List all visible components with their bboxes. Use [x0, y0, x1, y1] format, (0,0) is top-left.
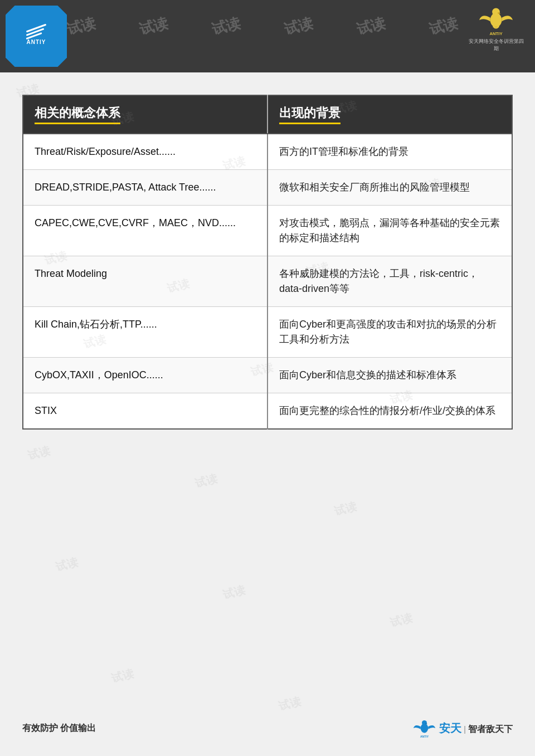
table-cell-col1: CAPEC,CWE,CVE,CVRF，MAEC，NVD......: [23, 206, 268, 256]
table-row: Threat Modeling各种威胁建模的方法论，工具，risk-centri…: [23, 256, 512, 307]
watermark: 试读: [221, 582, 247, 602]
table-cell-col1: Threat/Risk/Exposure/Asset......: [23, 134, 268, 170]
svg-text:ANTIY: ANTIY: [420, 735, 429, 738]
table-cell-col2: 西方的IT管理和标准化的背景: [268, 134, 512, 170]
header-watermark: 试读: [210, 13, 242, 40]
footer-separator: |: [464, 725, 466, 734]
watermark: 试读: [193, 471, 219, 491]
watermark: 试读: [110, 666, 135, 686]
table-cell-col1: Threat Modeling: [23, 256, 268, 307]
col1-header-text: 相关的概念体系: [35, 105, 120, 124]
table-header-row: 相关的概念体系 出现的背景: [23, 95, 512, 134]
header-watermark: 试读: [65, 13, 98, 40]
table-cell-col1: Kill Chain,钻石分析,TTP......: [23, 307, 268, 358]
table-cell-col2: 面向更完整的综合性的情报分析/作业/交换的体系: [268, 393, 512, 430]
table-cell-col2: 微软和相关安全厂商所推出的风险管理模型: [268, 170, 512, 206]
header-watermark: 试读: [427, 13, 460, 40]
table-cell-col2: 面向Cyber和信息交换的描述和标准体系: [268, 358, 512, 393]
table-row: Threat/Risk/Exposure/Asset......西方的IT管理和…: [23, 134, 512, 170]
header-watermark: 试读: [282, 13, 315, 40]
logo-graphic: [26, 27, 47, 37]
watermark: 试读: [277, 694, 303, 714]
table-cell-col2: 各种威胁建模的方法论，工具，risk-centric，data-driven等等: [268, 256, 512, 307]
watermark: 试读: [388, 610, 414, 630]
footer-logo: ANTIY 安天 | 智者敌天下: [412, 717, 513, 739]
table-cell-col1: STIX: [23, 393, 268, 430]
table-row: DREAD,STRIDE,PASTA, Attack Tree......微软和…: [23, 170, 512, 206]
table-row: CybOX,TAXII，OpenIOC......面向Cyber和信息交换的描述…: [23, 358, 512, 393]
table-cell-col2: 对攻击模式，脆弱点，漏洞等各种基础的安全元素的标定和描述结构: [268, 206, 512, 256]
col2-header: 出现的背景: [268, 95, 512, 134]
badge-icon: ANTIY: [476, 3, 515, 37]
col2-header-text: 出现的背景: [279, 105, 341, 124]
svg-text:ANTIY: ANTIY: [489, 31, 503, 36]
svg-point-1: [492, 8, 500, 16]
table-cell-col1: DREAD,STRIDE,PASTA, Attack Tree......: [23, 170, 268, 206]
logo: ANTIY: [6, 6, 67, 67]
footer-logo-texts: 安天 | 智者敌天下: [439, 721, 513, 736]
footer-slogan: 有效防护 价值输出: [22, 723, 96, 734]
header-watermark: 试读: [137, 13, 170, 40]
table-row: CAPEC,CWE,CVE,CVRF，MAEC，NVD......对攻击模式，脆…: [23, 206, 512, 256]
table-cell-col2: 面向Cyber和更高强度的攻击和对抗的场景的分析工具和分析方法: [268, 307, 512, 358]
watermark: 试读: [333, 499, 358, 519]
data-table: 相关的概念体系 出现的背景 Threat/Risk/Exposure/Asset…: [22, 95, 513, 430]
footer-logo-brand: 安天: [439, 721, 461, 736]
main-content: 相关的概念体系 出现的背景 Threat/Risk/Exposure/Asset…: [0, 72, 535, 446]
table-row: Kill Chain,钻石分析,TTP......面向Cyber和更高强度的攻击…: [23, 307, 512, 358]
logo-text: ANTIY: [27, 39, 46, 45]
table-body: Threat/Risk/Exposure/Asset......西方的IT管理和…: [23, 134, 512, 429]
footer: 有效防护 价值输出 ANTIY 安天 | 智者敌天下: [22, 717, 513, 739]
footer-logo-sub: 智者敌天下: [468, 724, 513, 735]
svg-point-4: [422, 720, 427, 725]
watermark: 试读: [54, 554, 80, 574]
table-cell-col1: CybOX,TAXII，OpenIOC......: [23, 358, 268, 393]
table-row: STIX面向更完整的综合性的情报分析/作业/交换的体系: [23, 393, 512, 430]
badge-subtitle: 安天网络安全冬训营第四期: [468, 38, 524, 52]
col1-header: 相关的概念体系: [23, 95, 268, 134]
header-watermark: 试读: [354, 13, 387, 40]
footer-logo-icon: ANTIY: [412, 717, 437, 739]
header: 试读 试读 试读 试读 试读 试读 ANTIY: [0, 0, 535, 72]
header-badge: ANTIY 安天网络安全冬训营第四期: [468, 6, 524, 50]
